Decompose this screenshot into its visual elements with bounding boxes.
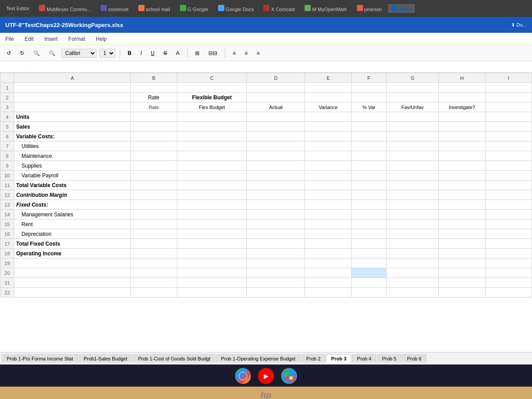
cell-i15[interactable] — [485, 219, 532, 229]
cell-a9[interactable]: Supplies — [14, 161, 130, 171]
cell-e1[interactable] — [305, 83, 352, 93]
cell-e2[interactable] — [305, 93, 352, 102]
cell-h14[interactable] — [439, 210, 485, 219]
cell-i17[interactable] — [485, 239, 532, 249]
cell-i12[interactable] — [485, 190, 532, 200]
cell-f2[interactable] — [352, 93, 387, 102]
cell-f6[interactable] — [352, 132, 387, 141]
cell-d7[interactable] — [247, 141, 305, 151]
tab-google[interactable]: G Google — [176, 4, 212, 13]
cell-e7[interactable] — [305, 141, 352, 151]
cell-b15[interactable] — [130, 219, 177, 229]
cell-f15[interactable] — [352, 219, 387, 229]
cell-g12[interactable] — [386, 190, 438, 200]
cell-e17[interactable] — [305, 239, 352, 249]
cell-g14[interactable] — [386, 210, 438, 219]
cell-d9[interactable] — [247, 161, 305, 171]
cell-i11[interactable] — [485, 180, 532, 190]
cell-d12[interactable] — [247, 190, 305, 200]
cell-a13[interactable]: Fixed Costs: — [14, 200, 130, 210]
cell-i3[interactable] — [485, 102, 532, 112]
cell-f14[interactable] — [352, 210, 387, 219]
cell-a10[interactable]: Variable Payroll — [14, 171, 130, 180]
cell-d16[interactable] — [247, 229, 305, 239]
cell-e8[interactable] — [305, 151, 352, 161]
sheet-tab-prob1-sales[interactable]: Prob1-Sales Budget — [79, 354, 132, 363]
cell-e18[interactable] — [305, 249, 352, 258]
cell-b6[interactable] — [130, 132, 177, 141]
cell-c18[interactable] — [177, 249, 246, 258]
col-header-h[interactable]: H — [439, 73, 485, 83]
cell-b4[interactable] — [130, 112, 177, 122]
borders-button[interactable]: ⊞ — [192, 49, 203, 58]
cell-h10[interactable] — [439, 171, 485, 180]
cell-g7[interactable] — [386, 141, 438, 151]
cell-e3[interactable]: Variance — [305, 102, 352, 112]
col-header-g[interactable]: G — [386, 73, 438, 83]
cell-i1[interactable] — [485, 83, 532, 93]
col-header-b[interactable]: B — [130, 73, 177, 83]
highlighted-cell-f20[interactable] — [352, 268, 387, 278]
cell-i8[interactable] — [485, 151, 532, 161]
align-left-button[interactable]: ≡ — [230, 49, 239, 58]
cell-e6[interactable] — [305, 132, 352, 141]
menu-help[interactable]: Help — [94, 35, 109, 43]
bold-button[interactable]: B — [125, 49, 135, 58]
youtube-icon[interactable]: ▶ — [258, 368, 274, 384]
sheet-tab-prob1-cogs[interactable]: Prob 1-Cost of Goods Sold Budgt — [133, 354, 215, 363]
cell-b13[interactable] — [130, 200, 177, 210]
tab-comcast[interactable]: X Comcast — [260, 4, 298, 13]
cell-f17[interactable] — [352, 239, 387, 249]
cell-h15[interactable] — [439, 219, 485, 229]
cell-a11[interactable]: Total Variable Costs — [14, 180, 130, 190]
sheet-tab-prob4[interactable]: Prob 4 — [352, 354, 376, 363]
tab-schoolmail[interactable]: school mail — [135, 4, 174, 13]
cell-i5[interactable] — [485, 122, 532, 132]
cell-c17[interactable] — [177, 239, 246, 249]
cell-h2[interactable] — [439, 93, 485, 102]
wrap-button[interactable]: ≡ — [254, 49, 263, 58]
cell-a18[interactable]: Operating Income — [14, 249, 130, 258]
cell-f18[interactable] — [352, 249, 387, 258]
cell-g9[interactable] — [386, 161, 438, 171]
tab-pearson[interactable]: pearson — [353, 4, 386, 13]
cell-b12[interactable] — [130, 190, 177, 200]
sheet-tab-prob1-opex[interactable]: Prob 1-Operating Expense Budget — [216, 354, 301, 363]
cell-g4[interactable] — [386, 112, 438, 122]
cell-g16[interactable] — [386, 229, 438, 239]
cell-f3[interactable]: % Var — [352, 102, 387, 112]
cell-g11[interactable] — [386, 180, 438, 190]
cell-g3[interactable]: Fav/Unfav — [386, 102, 438, 112]
cell-b2[interactable]: Rate — [130, 93, 177, 102]
cell-f1[interactable] — [352, 83, 387, 93]
cell-g8[interactable] — [386, 151, 438, 161]
cell-g2[interactable] — [386, 93, 438, 102]
cell-h18[interactable] — [439, 249, 485, 258]
cell-f10[interactable] — [352, 171, 387, 180]
photos-icon[interactable] — [281, 368, 297, 384]
cell-d4[interactable] — [247, 112, 305, 122]
sheet-tab-prob2[interactable]: Prob 2 — [301, 354, 325, 363]
cell-e4[interactable] — [305, 112, 352, 122]
cell-a8[interactable]: Maintenance — [14, 151, 130, 161]
tab-googledocs[interactable]: Google Docs — [215, 4, 258, 13]
cell-i4[interactable] — [485, 112, 532, 122]
cell-d14[interactable] — [247, 210, 305, 219]
cell-f4[interactable] — [352, 112, 387, 122]
cell-f12[interactable] — [352, 190, 387, 200]
cell-a7[interactable]: Utilities — [14, 141, 130, 151]
cell-e16[interactable] — [305, 229, 352, 239]
tab-middlesex[interactable]: Middlesex Commu... — [35, 4, 94, 13]
cell-a2[interactable] — [14, 93, 130, 102]
zoom-out-button[interactable]: 🔍 — [46, 49, 59, 58]
menu-insert[interactable]: Insert — [43, 35, 59, 43]
font-name-select[interactable]: Calibri — [61, 49, 97, 58]
cell-g15[interactable] — [386, 219, 438, 229]
cell-d15[interactable] — [247, 219, 305, 229]
cell-c10[interactable] — [177, 171, 246, 180]
cell-h7[interactable] — [439, 141, 485, 151]
cell-i10[interactable] — [485, 171, 532, 180]
cell-c9[interactable] — [177, 161, 246, 171]
cell-a16[interactable]: Depreciation — [14, 229, 130, 239]
cell-f5[interactable] — [352, 122, 387, 132]
